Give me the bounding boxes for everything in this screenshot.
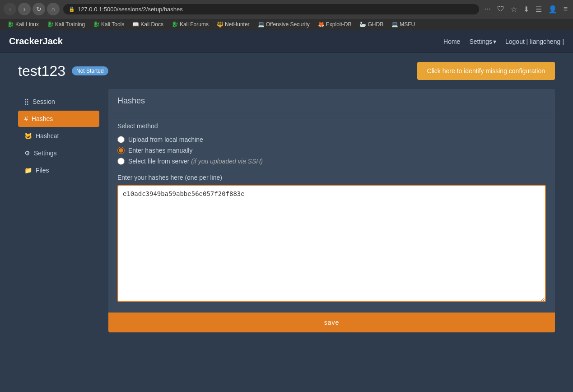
sidebar-item-session-label: Session [33,98,55,105]
radio-manual-input[interactable] [117,147,125,154]
save-button[interactable]: save [108,313,555,332]
radio-manual[interactable]: Enter hashes manually [117,147,546,154]
save-btn-container: save [108,313,555,332]
sidebar-item-files-label: Files [36,167,49,174]
nethunter-icon: 🔱 [217,21,224,28]
panel-title: Hashes [117,96,546,106]
files-icon: 📁 [24,167,32,174]
kali-docs-icon: 📖 [132,21,139,28]
pocket-button[interactable]: 🛡 [495,4,506,14]
session-icon: ⣿ [24,98,29,105]
sidebar: ⣿ Session # Hashes 🐱 Hashcat ⚙ Settings … [18,89,99,332]
textarea-label: Enter your hashes here (one per line) [117,174,546,181]
kali-tools-icon: 🐉 [93,21,100,28]
radio-upload-label: Upload from local machine [128,136,203,143]
sidebar-item-settings[interactable]: ⚙ Settings [18,145,99,161]
home-link[interactable]: Home [443,38,460,45]
panel-body: Select method Upload from local machine … [108,113,555,313]
browser-actions: ··· 🛡 ☆ ⬇ ☰ 👤 ≡ [483,4,569,14]
radio-manual-label: Enter hashes manually [128,147,192,154]
radio-group: Upload from local machine Enter hashes m… [117,136,546,165]
account-button[interactable]: 👤 [546,4,559,14]
exploit-db-icon: 🦊 [318,21,325,28]
settings-link[interactable]: Settings ▾ [469,38,496,45]
browser-toolbar: ‹ › ↻ ⌂ 🔒 127.0.0.1:5000/sessions/2/setu… [0,0,573,18]
app-logo: CrackerJack [9,36,63,47]
sidebar-item-settings-label: Settings [34,149,57,157]
bookmark-kali-forums[interactable]: 🐉 Kali Forums [168,20,212,28]
session-name: test123 [18,63,65,79]
back-button[interactable]: ‹ [4,3,16,15]
sidebar-item-hashes-label: Hashes [32,115,53,122]
address-url: 127.0.0.1:5000/sessions/2/setup/hashes [78,6,474,13]
app-nav: Home Settings ▾ Logout [ liangcheng ] [443,38,564,45]
download-button[interactable]: ⬇ [522,4,531,14]
panel-header: Hashes [108,89,555,113]
page-header: test123 Not Started Click here to identi… [0,53,573,80]
bookmark-exploit-db[interactable]: 🦊 Exploit-DB [314,20,355,28]
radio-server[interactable]: Select file from server (if you uploaded… [117,158,546,165]
radio-upload[interactable]: Upload from local machine [117,136,546,143]
hashes-panel: Hashes Select method Upload from local m… [108,89,555,332]
sidebar-item-files[interactable]: 📁 Files [18,162,99,178]
radio-upload-input[interactable] [117,136,125,143]
sidebar-item-hashes[interactable]: # Hashes [18,111,99,127]
sidebar-item-session[interactable]: ⣿ Session [18,93,99,110]
forward-button[interactable]: › [18,3,31,15]
hashes-icon: # [24,115,28,122]
radio-server-label: Select file from server (if you uploaded… [128,158,263,165]
address-bar[interactable]: 🔒 127.0.0.1:5000/sessions/2/setup/hashes [63,4,479,14]
refresh-button[interactable]: ↻ [33,3,45,15]
synced-tabs-button[interactable]: ☰ [534,4,544,14]
bookmark-kali-docs[interactable]: 📖 Kali Docs [129,20,167,28]
radio-server-input[interactable] [117,158,125,165]
bookmark-ghdb[interactable]: 🦢 GHDB [356,20,387,28]
settings-icon: ⚙ [24,149,30,157]
menu-button[interactable]: ≡ [562,4,569,14]
bookmark-msfu[interactable]: 💻 MSFU [388,20,419,28]
kali-forums-icon: 🐉 [172,21,178,28]
browser-nav-buttons: ‹ › ↻ ⌂ [4,3,60,15]
msfu-icon: 💻 [391,21,398,28]
more-button[interactable]: ··· [483,4,492,14]
bookmark-kali-linux[interactable]: 🐉 Kali Linux [4,20,42,28]
bookmark-nethunter[interactable]: 🔱 NetHunter [213,20,253,28]
session-title-area: test123 Not Started [18,63,108,79]
kali-linux-icon: 🐉 [7,21,14,28]
status-badge: Not Started [72,66,108,75]
sidebar-item-hashcat-label: Hashcat [36,132,59,140]
bookmark-kali-training[interactable]: 🐉 Kali Training [43,20,89,28]
content-area: ⣿ Session # Hashes 🐱 Hashcat ⚙ Settings … [0,80,573,341]
ghdb-icon: 🦢 [359,21,366,28]
bookmarks-bar: 🐉 Kali Linux 🐉 Kali Training 🐉 Kali Tool… [0,18,573,30]
select-method-label: Select method [117,122,546,130]
logout-link[interactable]: Logout [ liangcheng ] [505,38,564,45]
sidebar-item-hashcat[interactable]: 🐱 Hashcat [18,128,99,144]
browser-chrome: ‹ › ↻ ⌂ 🔒 127.0.0.1:5000/sessions/2/setu… [0,0,573,30]
hashes-textarea[interactable]: e10adc3949ba59abbe56e057f20f883e [117,185,546,302]
bookmark-kali-tools[interactable]: 🐉 Kali Tools [89,20,128,28]
home-button[interactable]: ⌂ [47,3,60,15]
config-button[interactable]: Click here to identify missing configura… [417,62,555,80]
hashcat-icon: 🐱 [24,132,32,140]
bookmark-button[interactable]: ☆ [509,4,519,14]
bookmark-offensive-security[interactable]: 💻 Offensive Security [254,20,313,28]
lock-icon: 🔒 [69,6,75,12]
app-header: CrackerJack Home Settings ▾ Logout [ lia… [0,30,573,53]
kali-training-icon: 🐉 [47,21,54,28]
offensive-security-icon: 💻 [258,21,265,28]
